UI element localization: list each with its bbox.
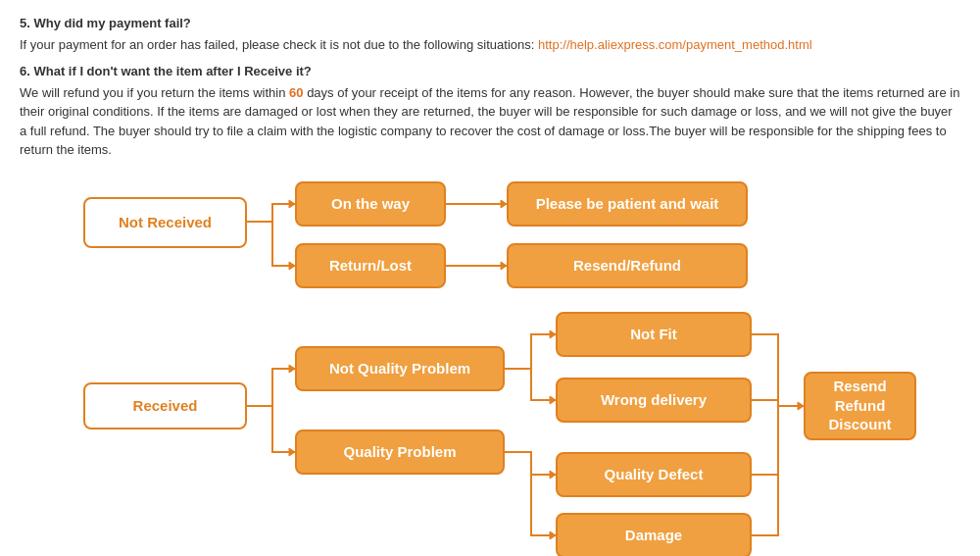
q6-body: We will refund you if you return the ite… [20, 83, 960, 160]
resend-refund-discount-box: Resend Refund Discount [804, 372, 916, 440]
q6-label: 6. What if I don't want the item after I… [20, 62, 960, 81]
q5-body: If your payment for an order has failed,… [20, 35, 960, 55]
wrong-delivery-box: Wrong delivery [556, 378, 752, 423]
not-fit-box: Not Fit [556, 312, 752, 357]
please-wait-box: Please be patient and wait [507, 181, 748, 227]
not-received-box: Not Received [83, 197, 247, 248]
return-lost-box: Return/Lost [295, 243, 446, 288]
q5-section: 5. Why did my payment fail? If your paym… [20, 14, 960, 54]
resend-refund-top-box: Resend/Refund [507, 243, 748, 288]
quality-defect-box: Quality Defect [556, 452, 752, 497]
page: 5. Why did my payment fail? If your paym… [0, 0, 980, 556]
received-box: Received [83, 382, 247, 430]
q6-section: 6. What if I don't want the item after I… [20, 62, 960, 160]
diagram-area: Not Received On the way Please be patien… [20, 168, 960, 550]
q5-label: 5. Why did my payment fail? [20, 14, 960, 33]
not-quality-problem-box: Not Quality Problem [295, 346, 505, 391]
damage-box: Damage [556, 513, 752, 557]
q5-link[interactable]: http://help.aliexpress.com/payment_metho… [538, 37, 812, 52]
quality-problem-box: Quality Problem [295, 430, 505, 475]
on-the-way-box: On the way [295, 181, 446, 227]
